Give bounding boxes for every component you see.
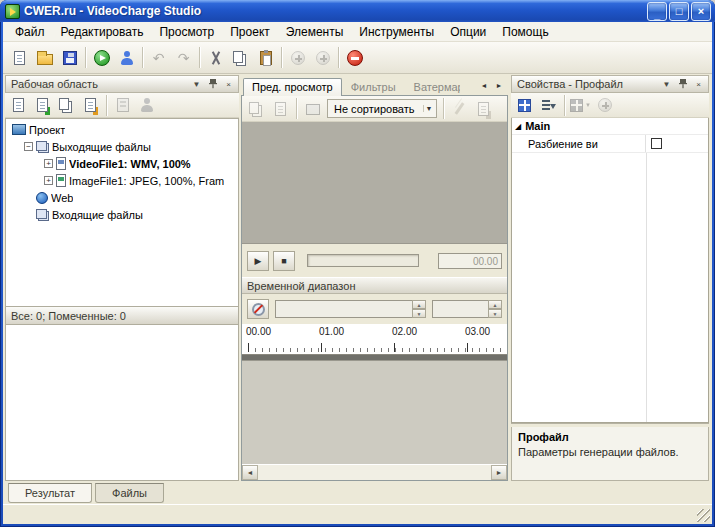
grab-frame-button[interactable] <box>245 98 268 120</box>
add-file-button[interactable] <box>7 94 30 116</box>
tab-preview[interactable]: Пред. просмотр <box>243 78 342 96</box>
expand-expander[interactable]: + <box>44 159 53 168</box>
stop-generation-button[interactable] <box>342 45 367 70</box>
save-button[interactable] <box>57 45 82 70</box>
property-checkbox[interactable] <box>651 138 662 149</box>
sort-dropdown[interactable]: Не сортировать ▼ <box>327 99 437 118</box>
tree-item-input-files[interactable]: Входящие файлы <box>6 206 238 223</box>
property-group-main[interactable]: ◢ Main <box>512 118 708 135</box>
tab-scroll-right-button[interactable]: ► <box>492 78 506 92</box>
remove-item-button[interactable] <box>135 94 158 116</box>
property-description: Профайл Параметры генерации файлов. <box>511 427 709 481</box>
workspace-panel-header[interactable]: Рабочая область ▼ × <box>5 75 239 93</box>
menu-elements[interactable]: Элементы <box>278 23 352 41</box>
property-row[interactable]: Разбиение ви <box>512 135 708 153</box>
copy-button[interactable] <box>228 45 253 70</box>
menu-file[interactable]: Файл <box>7 23 53 41</box>
add-item-button[interactable] <box>31 94 54 116</box>
redo-button[interactable]: ↷ <box>171 45 196 70</box>
menu-edit[interactable]: Редактировать <box>53 23 152 41</box>
add-input-button[interactable] <box>310 45 335 70</box>
open-button[interactable] <box>32 45 57 70</box>
close-button[interactable]: × <box>691 2 711 21</box>
spin-down-button[interactable]: ▼ <box>488 309 502 318</box>
save-frame-button[interactable] <box>269 98 292 120</box>
chevron-down-icon: ▼ <box>663 80 671 89</box>
range-start-input[interactable] <box>275 300 412 318</box>
fullscreen-button[interactable] <box>301 98 324 120</box>
sort-dropdown-value: Не сортировать <box>334 103 415 115</box>
add-property-button[interactable] <box>593 94 616 116</box>
range-end-input[interactable] <box>432 300 488 318</box>
edit-preview-button[interactable] <box>472 98 495 120</box>
title-bar[interactable]: CWER.ru - VideoCharge Studio _ □ × <box>0 0 715 22</box>
tab-files[interactable]: Файлы <box>95 483 164 503</box>
duplicate-button[interactable] <box>55 94 78 116</box>
scrollbar-track[interactable] <box>258 465 491 480</box>
spin-up-button[interactable]: ▲ <box>488 300 502 309</box>
menu-project[interactable]: Проект <box>222 23 278 41</box>
cut-button[interactable] <box>203 45 228 70</box>
alphabetical-sort-button[interactable] <box>537 94 560 116</box>
frames-icon <box>249 102 259 114</box>
stop-playback-button[interactable]: ■ <box>273 251 295 271</box>
pin-button[interactable] <box>205 77 220 91</box>
tree-item-imagefile1[interactable]: + ImageFile1: JPEG, 100%, Fram <box>6 172 238 189</box>
tree-item-output-files[interactable]: − Выходящие файлы <box>6 138 238 155</box>
workspace-panel-title: Рабочая область <box>11 78 188 90</box>
start-button[interactable] <box>89 45 114 70</box>
maximize-button[interactable]: □ <box>669 2 689 21</box>
spin-down-button[interactable]: ▼ <box>412 309 426 318</box>
video-preview-area[interactable] <box>242 122 507 244</box>
properties-panel-header[interactable]: Свойства - Профайл ▼ × <box>511 75 709 93</box>
toolbar-separator <box>106 95 107 116</box>
files-list[interactable] <box>5 324 239 481</box>
edit-item-button[interactable] <box>79 94 102 116</box>
menu-help[interactable]: Помощь <box>494 23 556 41</box>
play-button[interactable]: ▶ <box>247 251 269 271</box>
scroll-left-button[interactable]: ◄ <box>242 465 258 480</box>
undo-button[interactable]: ↶ <box>146 45 171 70</box>
project-tree: Проект − Выходящие файлы + VideoFile1: W… <box>5 118 239 306</box>
timeline-scrollbar[interactable]: ◄ ► <box>242 464 507 480</box>
collapse-expander[interactable]: − <box>24 142 33 151</box>
seek-bar[interactable] <box>307 254 419 267</box>
tree-item-web[interactable]: Web <box>6 189 238 206</box>
range-end-field[interactable]: ▲ ▼ <box>432 300 502 318</box>
paste-button[interactable] <box>253 45 278 70</box>
tab-filters[interactable]: Фильтры <box>342 78 405 96</box>
panel-close-button[interactable]: × <box>221 77 236 91</box>
menu-view[interactable]: Просмотр <box>151 23 222 41</box>
expand-expander[interactable]: + <box>44 176 53 185</box>
tab-result[interactable]: Результат <box>8 483 92 503</box>
menu-options[interactable]: Опции <box>442 23 494 41</box>
panel-close-button[interactable]: × <box>691 77 706 91</box>
clear-range-button[interactable] <box>247 299 269 319</box>
spin-up-button[interactable]: ▲ <box>412 300 426 309</box>
grid-column-divider[interactable] <box>646 153 647 422</box>
new-project-button[interactable] <box>7 45 32 70</box>
panel-menu-button[interactable]: ▼ <box>189 77 204 91</box>
resize-grip[interactable] <box>697 509 710 522</box>
remove-video-button[interactable] <box>111 94 134 116</box>
tab-scroll-left-button[interactable]: ◄ <box>477 78 491 92</box>
pin-button[interactable] <box>675 77 690 91</box>
film-icon <box>117 98 129 112</box>
categorized-view-button[interactable] <box>513 94 536 116</box>
scroll-right-button[interactable]: ► <box>491 465 507 480</box>
up-arrow-icon: ▲ <box>493 302 498 308</box>
wizard-button[interactable] <box>114 45 139 70</box>
add-circle-icon <box>316 51 330 65</box>
minimize-button[interactable]: _ <box>647 2 667 21</box>
effects-button[interactable] <box>448 98 471 120</box>
tab-watermark[interactable]: Ватермар <box>405 78 461 96</box>
tree-item-videofile1[interactable]: + VideoFile1: WMV, 100% <box>6 155 238 172</box>
add-output-button[interactable] <box>285 45 310 70</box>
menu-tools[interactable]: Инструменты <box>351 23 442 41</box>
app-window: CWER.ru - VideoCharge Studio _ □ × Файл … <box>0 0 715 527</box>
copy-icon <box>233 51 243 63</box>
range-start-field[interactable]: ▲ ▼ <box>275 300 426 318</box>
panel-menu-button[interactable]: ▼ <box>659 77 674 91</box>
tree-item-project[interactable]: Проект <box>6 121 238 138</box>
property-pages-button[interactable]: ▼ <box>569 94 592 116</box>
